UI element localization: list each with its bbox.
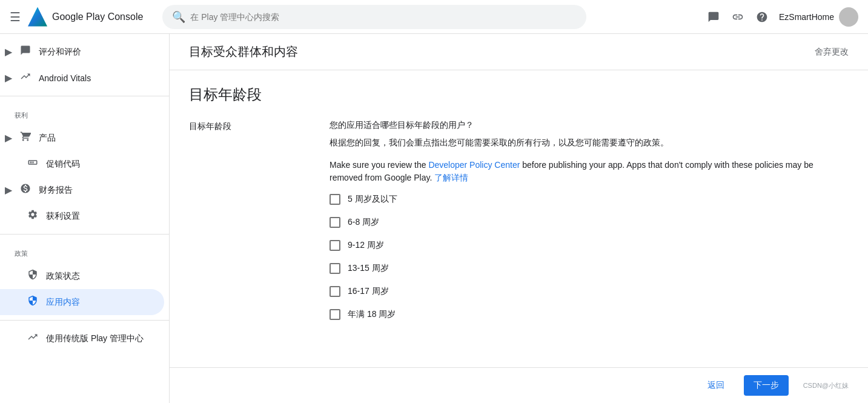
username-label: EzSmartHome: [779, 12, 834, 22]
checkbox-label-age-16-17: 16-17 周岁: [348, 286, 389, 297]
checkbox-item-age-16-17[interactable]: 16-17 周岁: [330, 286, 849, 297]
sidebar-item-legacy[interactable]: 使用传统版 Play 管理中心: [0, 325, 164, 351]
age-checkboxes: 5 周岁及以下 6-8 周岁 9-12 周岁 13-15 周岁: [330, 194, 849, 320]
checkbox-label-age-18plus: 年满 18 周岁: [348, 309, 396, 320]
page-title: 目标受众群体和内容: [189, 44, 298, 60]
vitals-icon: [19, 71, 31, 85]
checkbox-age-18plus[interactable]: [330, 309, 340, 320]
logo-text: Google Play Console: [52, 12, 143, 22]
checkbox-age-13-15[interactable]: [330, 263, 340, 274]
checkbox-item-age-13-15[interactable]: 13-15 周岁: [330, 263, 849, 274]
section-label-monetization: 获利: [0, 101, 169, 125]
sidebar-label-financial: 财务报告: [39, 185, 73, 196]
sidebar-item-financial[interactable]: ▶ 财务报告: [0, 177, 164, 203]
sidebar: ▶ 评分和评价 ▶ Android Vitals 获利 ▶ 产品: [0, 34, 170, 403]
discard-button[interactable]: 舍弃更改: [815, 47, 849, 58]
checkbox-label-age-9-12: 9-12 周岁: [348, 240, 384, 251]
ratings-icon: [19, 45, 31, 59]
checkbox-item-age-6-8[interactable]: 6-8 周岁: [330, 217, 849, 228]
main-content: 目标受众群体和内容 舍弃更改 目标年龄段 目标年龄段 您的应用适合哪些目标年龄段…: [170, 34, 868, 403]
logo-icon: [28, 7, 47, 27]
app-header: ☰ Google Play Console 🔍 EzSmartHome: [0, 0, 868, 34]
checkbox-item-age-5[interactable]: 5 周岁及以下: [330, 194, 849, 205]
watermark: CSDN@小红妹: [803, 381, 849, 390]
learn-more-link[interactable]: 了解详情: [434, 173, 468, 182]
layout: ▶ 评分和评价 ▶ Android Vitals 获利 ▶ 产品: [0, 34, 868, 403]
help-icon[interactable]: [755, 10, 769, 24]
header-actions: EzSmartHome: [706, 7, 858, 27]
policy-text-2: Make sure you review the Developer Polic…: [330, 159, 849, 184]
checkbox-age-9-12[interactable]: [330, 240, 340, 251]
sidebar-divider-2: [0, 234, 169, 235]
arrow-icon: ▶: [5, 46, 12, 58]
main-header: 目标受众群体和内容 舍弃更改: [170, 34, 868, 70]
content-area: 目标年龄段 目标年龄段 您的应用适合哪些目标年龄段的用户？ 根据您的回复，我们会…: [170, 70, 868, 347]
legacy-icon: [27, 331, 39, 345]
checkbox-label-age-13-15: 13-15 周岁: [348, 263, 389, 274]
promo-icon: [27, 157, 39, 171]
avatar: [839, 7, 858, 27]
checkbox-label-age-5: 5 周岁及以下: [348, 194, 397, 205]
description: 您的应用适合哪些目标年龄段的用户？: [330, 119, 849, 132]
arrow-icon: ▶: [5, 72, 12, 84]
sidebar-label-policy-status: 政策状态: [46, 271, 80, 282]
sidebar-divider-3: [0, 320, 169, 321]
sidebar-item-ratings[interactable]: ▶ 评分和评价: [0, 39, 164, 65]
products-icon: [19, 131, 31, 145]
checkbox-age-5[interactable]: [330, 194, 340, 205]
arrow-icon: ▶: [5, 132, 12, 144]
sidebar-item-android-vitals[interactable]: ▶ Android Vitals: [0, 65, 164, 91]
sidebar-divider: [0, 96, 169, 96]
back-button[interactable]: 返回: [698, 375, 734, 396]
developer-policy-link[interactable]: Developer Policy Center: [428, 160, 520, 170]
form-row: 目标年龄段 您的应用适合哪些目标年龄段的用户？ 根据您的回复，我们会重点指出您可…: [189, 119, 849, 332]
menu-icon[interactable]: ☰: [10, 10, 21, 24]
sidebar-label-legacy: 使用传统版 Play 管理中心: [46, 333, 144, 344]
section-label-policy: 政策: [0, 239, 169, 263]
financial-icon: [19, 183, 31, 197]
user-menu[interactable]: EzSmartHome: [779, 7, 858, 27]
settings-icon: [27, 209, 39, 223]
checkbox-label-age-6-8: 6-8 周岁: [348, 217, 379, 228]
sidebar-label-products: 产品: [39, 133, 56, 144]
sidebar-item-promo[interactable]: 促销代码: [0, 151, 164, 177]
logo: Google Play Console: [28, 7, 143, 27]
search-bar[interactable]: 🔍: [162, 5, 586, 29]
search-icon: 🔍: [172, 10, 185, 24]
sidebar-item-products[interactable]: ▶ 产品: [0, 125, 164, 151]
checkbox-age-16-17[interactable]: [330, 286, 340, 297]
arrow-icon: ▶: [5, 184, 12, 196]
link-icon[interactable]: [731, 10, 745, 24]
search-input[interactable]: [190, 12, 577, 22]
policy-icon: [27, 269, 39, 283]
message-icon[interactable]: [706, 10, 721, 24]
sidebar-label-app-content: 应用内容: [46, 297, 80, 308]
footer: 返回 下一步 CSDN@小红妹: [170, 367, 868, 403]
next-button[interactable]: 下一步: [744, 375, 789, 396]
form-label: 目标年龄段: [189, 119, 310, 332]
sidebar-label-ratings: 评分和评价: [39, 47, 81, 58]
sidebar-item-app-content[interactable]: 应用内容: [0, 289, 164, 315]
sidebar-label-vitals: Android Vitals: [39, 73, 91, 83]
app-content-icon: [27, 295, 39, 309]
checkbox-item-age-18plus[interactable]: 年满 18 周岁: [330, 309, 849, 320]
sidebar-label-monetize-settings: 获利设置: [46, 211, 80, 222]
sidebar-label-promo: 促销代码: [46, 159, 80, 170]
policy-text-1: 根据您的回复，我们会重点指出您可能需要采取的所有行动，以及您可能需要遵守的政策。: [330, 136, 849, 149]
checkbox-item-age-9-12[interactable]: 9-12 周岁: [330, 240, 849, 251]
checkbox-age-6-8[interactable]: [330, 217, 340, 228]
section-title: 目标年龄段: [189, 85, 849, 104]
form-content: 您的应用适合哪些目标年龄段的用户？ 根据您的回复，我们会重点指出您可能需要采取的…: [330, 119, 849, 332]
sidebar-item-policy-status[interactable]: 政策状态: [0, 263, 164, 289]
policy-prefix: Make sure you review the: [330, 160, 428, 170]
sidebar-item-monetize-settings[interactable]: 获利设置: [0, 203, 164, 229]
